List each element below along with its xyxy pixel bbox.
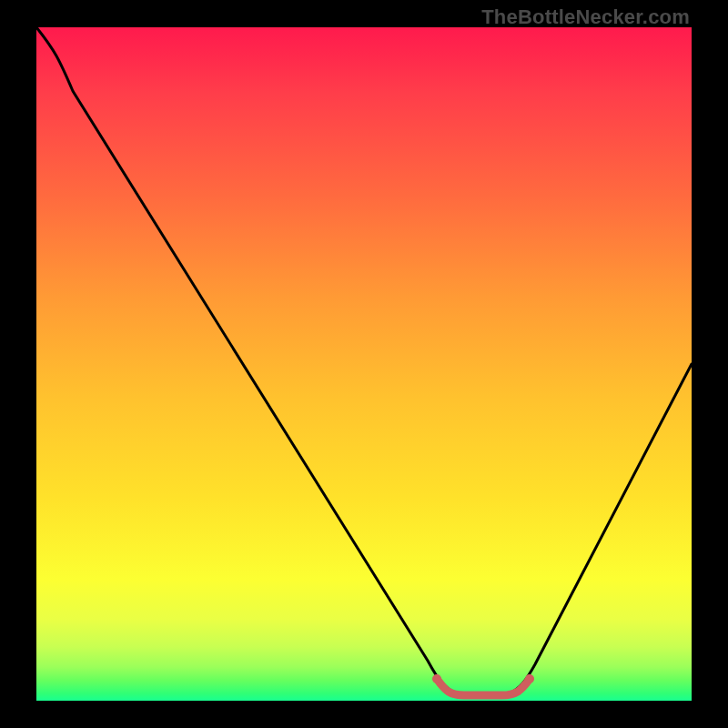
bottleneck-curve-path: [36, 27, 692, 693]
curve-svg: [36, 27, 692, 701]
plot-area: [36, 27, 692, 701]
watermark-text: TheBottleNecker.com: [481, 5, 690, 29]
chart-frame: TheBottleNecker.com: [0, 0, 728, 728]
optimal-segment-right-dot-icon: [525, 674, 534, 683]
optimal-segment-left-dot-icon: [432, 674, 441, 683]
optimal-segment-path: [437, 679, 530, 695]
